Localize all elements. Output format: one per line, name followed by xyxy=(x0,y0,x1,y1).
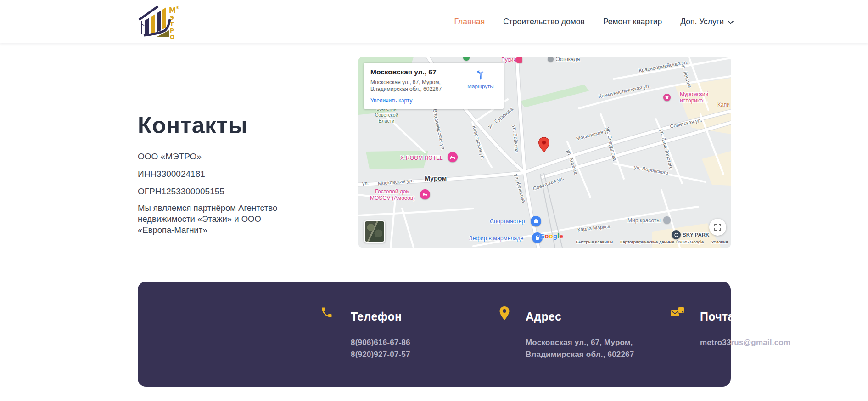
expand-icon xyxy=(714,224,721,231)
enlarge-map-link[interactable]: Увеличить карту xyxy=(370,97,412,104)
phone-card-title: Телефон xyxy=(351,310,402,323)
header: М 3 Э Т Р О Главная Строительство домов … xyxy=(0,0,868,43)
directions-button[interactable]: Маршруты xyxy=(464,68,497,89)
google-letter: g xyxy=(553,232,557,240)
city-label: Муром xyxy=(425,175,447,182)
address-card: Адрес Московская ул., 67, Муром, Владими… xyxy=(499,282,669,387)
map-attribution: Быстрые клавиши Картографические данные … xyxy=(358,239,728,244)
company-inn: ИНН3300024181 xyxy=(138,169,205,179)
poi-label-sky-park[interactable]: SKY PARK xyxy=(683,232,709,237)
svg-text:Р: Р xyxy=(170,28,174,34)
page: М 3 Э Т Р О Главная Строительство домов … xyxy=(0,0,868,401)
google-letter: o xyxy=(545,232,549,240)
map-data-attribution: Картографические данные ©2025 Google xyxy=(620,239,704,244)
email-lines: metro33rus@gmail.com xyxy=(700,337,790,349)
map-card-address-line1: Московская ул., 67, Муром, xyxy=(370,79,458,86)
location-pin-icon xyxy=(499,306,510,322)
company-name: ООО «МЭТРО» xyxy=(138,152,202,162)
google-letter: e xyxy=(559,232,563,240)
nav-extra-services-label: Доп. Услуги xyxy=(680,17,724,27)
transit-station-icon[interactable] xyxy=(516,57,522,63)
email-card: Почта metro33rus@gmail.com xyxy=(670,282,831,387)
contact-cards-panel: Телефон 8(906)616-67-86 8(920)927-07-57 … xyxy=(138,282,731,387)
nav-renovation[interactable]: Ремонт квартир xyxy=(603,17,662,27)
terms-link[interactable]: Условия xyxy=(711,239,728,244)
phone-card: Телефон 8(906)616-67-86 8(920)927-07-57 xyxy=(320,282,495,387)
svg-text:Т: Т xyxy=(170,21,174,28)
poi-label-museum[interactable]: Муромский историко… xyxy=(674,91,714,104)
partner-note: Мы являемся партнёром Агентство недвижим… xyxy=(138,203,297,236)
mail-icon xyxy=(670,306,686,322)
poi-circle-icon[interactable] xyxy=(663,216,671,224)
address-line: Владимирская обл., 602267 xyxy=(526,349,634,361)
google-logo[interactable]: Google xyxy=(539,232,563,240)
fullscreen-pan-control[interactable] xyxy=(709,219,726,236)
logo-building-icon: М 3 Э Т Р О xyxy=(138,4,188,40)
svg-text:М: М xyxy=(169,6,176,15)
museum-icon[interactable] xyxy=(663,94,671,101)
street-label: ул. xyxy=(362,181,369,186)
phone-number: 8(906)616-67-86 xyxy=(351,337,410,349)
page-title: Контакты xyxy=(138,112,248,139)
poi-label-estokada[interactable]: Эстокада xyxy=(556,57,580,62)
svg-text:О: О xyxy=(170,34,174,40)
svg-text:3: 3 xyxy=(176,6,179,10)
google-letter: G xyxy=(539,232,545,240)
phone-number: 8(920)927-07-57 xyxy=(351,349,410,361)
address-card-title: Адрес xyxy=(526,310,561,323)
poi-label-mir-krasoty[interactable]: Мир красоты xyxy=(627,217,661,224)
google-map[interactable]: Красноармейская ул. ул. Ленина Коммунист… xyxy=(358,57,731,248)
hotel-icon[interactable] xyxy=(448,152,458,162)
company-ogrn: ОГРН1253300005155 xyxy=(138,186,224,197)
map-card-address-line2: Владимирская обл., 602267 xyxy=(370,86,458,93)
phone-numbers: 8(906)616-67-86 8(920)927-07-57 xyxy=(351,337,410,361)
nav-construction[interactable]: Строительство домов xyxy=(503,17,585,27)
poi-label-kapi[interactable]: Капи xyxy=(717,102,730,108)
email-address: metro33rus@gmail.com xyxy=(700,337,790,349)
address-line: Московская ул., 67, Муром, xyxy=(526,337,634,349)
store-icon[interactable] xyxy=(531,216,541,226)
poi-label-sportmaster[interactable]: Спортмастер xyxy=(490,218,525,225)
address-lines: Московская ул., 67, Муром, Владимирская … xyxy=(526,337,634,361)
poi-label-rusich[interactable]: Русич xyxy=(501,57,516,63)
map-card-address: Московская ул., 67, Муром, Владимирская … xyxy=(370,79,458,93)
directions-icon xyxy=(475,68,487,80)
directions-label: Маршруты xyxy=(464,84,497,89)
map-info-card: Московская ул., 67 Московская ул., 67, М… xyxy=(364,63,504,109)
poi-label-gostevoy[interactable]: Гостевой дом MOSOV (Амосов) xyxy=(366,188,419,201)
sky-park-icon[interactable] xyxy=(672,230,681,239)
phone-icon xyxy=(320,306,333,321)
svg-text:Э: Э xyxy=(170,15,174,21)
nav-extra-services[interactable]: Доп. Услуги xyxy=(680,17,732,27)
keyboard-shortcuts-link[interactable]: Быстрые клавиши xyxy=(576,239,613,244)
logo[interactable]: М 3 Э Т Р О xyxy=(138,4,188,40)
google-letter: o xyxy=(549,232,553,240)
hotel-icon[interactable] xyxy=(420,189,430,199)
chevron-down-icon xyxy=(728,18,734,24)
poi-label-xroom[interactable]: X-ROOM HOTEL xyxy=(400,155,443,161)
email-card-title: Почта xyxy=(700,310,734,323)
map-marker[interactable] xyxy=(538,137,550,154)
nav-home[interactable]: Главная xyxy=(454,17,485,27)
main-nav: Главная Строительство домов Ремонт кварт… xyxy=(454,0,732,43)
